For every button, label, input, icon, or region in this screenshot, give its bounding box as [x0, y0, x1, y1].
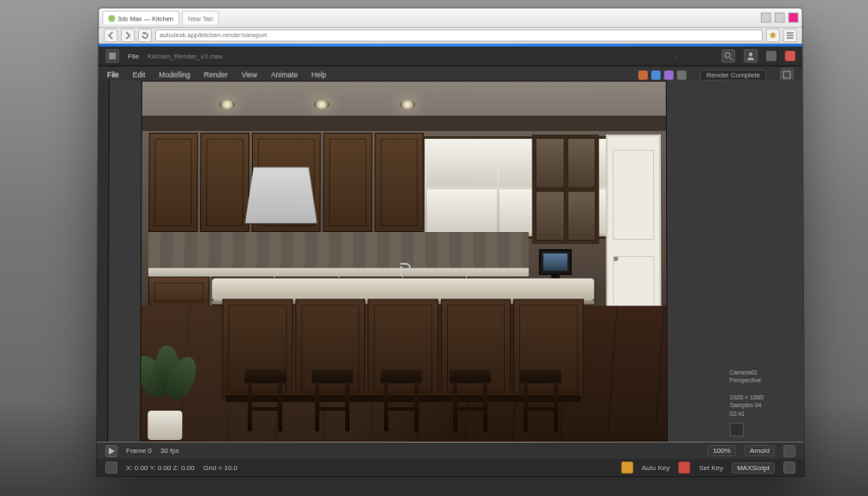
expand-icon[interactable]: [783, 445, 796, 457]
maxscript-chip[interactable]: MAXScript: [732, 462, 775, 474]
notification-icon[interactable]: [766, 51, 777, 61]
reload-button[interactable]: [138, 28, 152, 42]
minimize-button[interactable]: [761, 13, 771, 23]
menu-render[interactable]: Render: [204, 71, 228, 79]
tab-label: 3ds Max — Kitchen: [117, 15, 173, 22]
info-panel: Camera01 Perspective 1920 × 1080 Samples…: [723, 81, 804, 442]
setkey-button[interactable]: [678, 461, 690, 474]
thumbnail-icon[interactable]: [730, 423, 744, 436]
menu-animate[interactable]: Animate: [271, 71, 298, 79]
settings-icon[interactable]: [677, 70, 687, 79]
faucet-icon: [394, 267, 408, 280]
time-label: 02:41: [730, 410, 799, 418]
close-button[interactable]: [789, 13, 799, 23]
document-title: Kitchen_Render_v3.max: [148, 52, 223, 60]
grid-label: Grid = 10.0: [203, 464, 237, 472]
toolbar-icons: [638, 70, 687, 79]
viewport[interactable]: [140, 81, 668, 443]
ceiling-light-icon: [219, 100, 235, 109]
timeline-bar: Frame 0 30 fps 100% Arnold: [97, 443, 804, 459]
view-mode-label: Perspective: [730, 376, 799, 384]
favicon-icon: [108, 15, 115, 22]
renderer-chip[interactable]: Arnold: [745, 445, 775, 456]
search-icon[interactable]: [721, 49, 735, 63]
svg-rect-3: [783, 72, 790, 78]
status-footer: Frame 0 30 fps 100% Arnold X: 0.00 Y: 0.…: [97, 442, 804, 476]
workspace: Camera01 Perspective 1920 × 1080 Samples…: [97, 81, 804, 476]
fps-label: 30 fps: [160, 447, 179, 455]
setkey-label: Set Key: [699, 464, 723, 472]
browser-tab-2[interactable]: New Tab: [182, 11, 219, 25]
zoom-chip[interactable]: 100%: [708, 445, 736, 456]
autokey-label: Auto Key: [642, 464, 670, 472]
window-controls: [761, 13, 799, 23]
browser-tab-1[interactable]: 3ds Max — Kitchen: [102, 11, 179, 25]
ceiling-light-icon: [399, 100, 415, 109]
tab-label: New Tab: [188, 15, 213, 22]
left-gutter: [97, 81, 110, 442]
samples-label: Samples 64: [730, 401, 799, 409]
status-bar: X: 0.00 Y: 0.00 Z: 0.00 Grid = 10.0 Auto…: [97, 459, 804, 476]
frame-label: Frame 0: [126, 447, 152, 455]
snap-icon[interactable]: [664, 70, 674, 79]
menu-button[interactable]: [783, 28, 797, 42]
bar-stool: [310, 367, 355, 431]
counter-monitor: [539, 249, 572, 275]
back-button[interactable]: [104, 28, 117, 42]
bar-stool: [379, 367, 424, 431]
maximize-button[interactable]: [775, 13, 785, 23]
app-file-label: File: [128, 52, 139, 60]
bar-stool: [448, 367, 493, 431]
browser-tabs: 3ds Max — Kitchen New Tab: [102, 11, 757, 25]
app-titlebar: File Kitchen_Render_v3.max: [98, 47, 802, 66]
browser-titlebar: 3ds Max — Kitchen New Tab: [98, 9, 802, 28]
resolution-label: 1920 × 1080: [730, 393, 799, 401]
app-menu-button[interactable]: [105, 49, 119, 63]
menu-help[interactable]: Help: [311, 71, 326, 79]
camera-label: Camera01: [730, 368, 799, 376]
svg-point-2: [749, 53, 752, 56]
autokey-button[interactable]: [621, 461, 633, 474]
material-icon[interactable]: [651, 70, 661, 79]
script-icon[interactable]: [105, 461, 117, 474]
close-app-button[interactable]: [785, 51, 796, 61]
coords-label: X: 0.00 Y: 0.00 Z: 0.00: [126, 464, 194, 472]
layers-icon[interactable]: [638, 70, 648, 79]
forward-button[interactable]: [121, 28, 135, 42]
isolate-icon[interactable]: [783, 461, 796, 474]
plant: [140, 345, 196, 440]
menu-edit[interactable]: Edit: [133, 71, 146, 79]
range-hood: [245, 167, 318, 223]
menu-file[interactable]: File: [107, 71, 119, 79]
bar-stool: [242, 367, 287, 431]
browser-toolbar: autodesk.app/kitchen-render/viewport: [98, 28, 802, 44]
svg-rect-0: [109, 53, 116, 60]
app-window: 3ds Max — Kitchen New Tab autodesk.app/k…: [97, 9, 804, 476]
menu-modelling[interactable]: Modelling: [159, 71, 190, 79]
bar-stool: [519, 367, 563, 431]
glass-cabinet: [532, 135, 600, 244]
render-image: [141, 82, 667, 442]
viewport-max-icon[interactable]: [780, 68, 794, 82]
svg-point-1: [725, 53, 730, 58]
menu-view[interactable]: View: [242, 71, 257, 79]
address-bar[interactable]: autodesk.app/kitchen-render/viewport: [155, 29, 763, 41]
render-status: Render Complete: [701, 69, 766, 80]
ceiling-light-icon: [314, 100, 330, 109]
play-icon[interactable]: [105, 445, 117, 457]
bookmark-button[interactable]: [766, 28, 780, 42]
user-icon[interactable]: [744, 49, 758, 63]
